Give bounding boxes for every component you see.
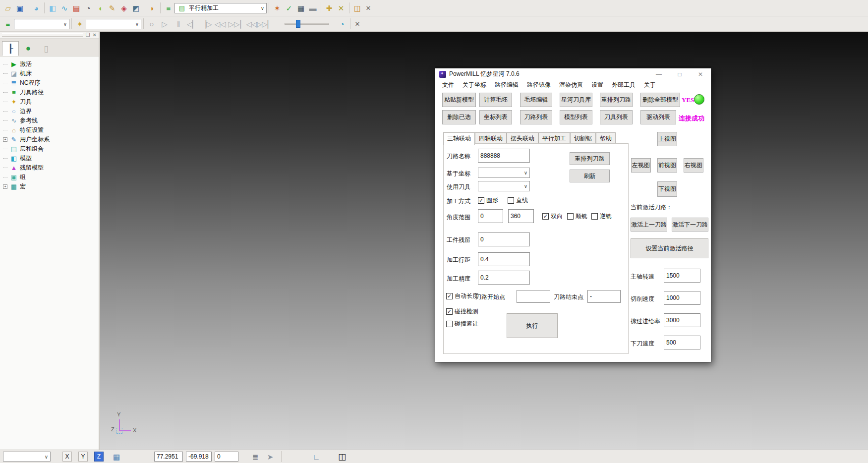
tree-item[interactable]: ≡刀具路径 (3, 88, 99, 97)
view-top-button[interactable]: 上视图 (657, 132, 677, 146)
clock-icon[interactable]: ◔ (336, 18, 348, 30)
tool-holder-icon[interactable]: ◗ (146, 2, 158, 14)
sim-toolpath-combo[interactable]: ∨ (14, 19, 69, 29)
view-bottom-button[interactable]: 下视图 (657, 181, 677, 197)
tree-item[interactable]: ◧模型 (3, 154, 99, 163)
method-line-checkbox[interactable]: 直线 (508, 196, 528, 205)
tree-item[interactable]: +▦宏 (3, 182, 99, 191)
menu-path-mirror[interactable]: 路径镜像 (527, 81, 551, 89)
toolpath-name-input[interactable] (478, 149, 530, 163)
close-panel-icon[interactable]: ✕ (93, 32, 97, 38)
toolpath-strategy-icon[interactable]: ∿ (58, 2, 70, 14)
status-combo[interactable]: ∨ (3, 452, 51, 462)
angle-from-input[interactable] (478, 209, 503, 223)
tree-item[interactable]: ✦刀具 (3, 97, 99, 107)
rearrange-toolpath-button-2[interactable]: 重排列刀路 (570, 152, 610, 165)
coord-y-input[interactable] (186, 452, 212, 462)
axes-icon[interactable]: ∟ (310, 451, 322, 463)
tree-item[interactable]: ○边界 (3, 107, 99, 116)
stock-edit-button[interactable]: 毛坯编辑 (520, 93, 552, 107)
save-project-icon[interactable]: ▣ (14, 2, 26, 14)
tab-saw[interactable]: 切割锯 (570, 132, 596, 144)
tool-library-button[interactable]: 星河刀具库 (560, 93, 592, 107)
menu-render-sim[interactable]: 渲染仿真 (559, 81, 583, 89)
auto-length-checkbox[interactable]: 自动长度 (446, 292, 478, 300)
pattern-pencil-icon[interactable]: ✎ (106, 2, 118, 14)
close-button[interactable]: ✕ (690, 68, 711, 80)
checkbox-icon[interactable] (446, 308, 453, 315)
calculator-icon[interactable]: ▦ (295, 2, 307, 14)
toolpaths-icon[interactable]: ≡ (2, 18, 14, 30)
step-back-icon[interactable]: ◁▏ (185, 18, 199, 30)
chevron-down-icon[interactable]: ∨ (63, 21, 67, 27)
plunge-feed-input[interactable] (664, 336, 700, 349)
drive-list-button[interactable]: 驱动列表 (640, 110, 676, 124)
method-circle-checkbox[interactable]: 圆形 (478, 196, 498, 205)
chevron-down-icon[interactable]: ∨ (524, 183, 527, 189)
rewind-icon[interactable]: ◁◁ (213, 18, 227, 30)
stock-model-icon[interactable]: ◩ (130, 2, 142, 14)
menu-file[interactable]: 文件 (442, 81, 454, 89)
pause-icon[interactable]: ‖ (172, 18, 185, 30)
coord-combo[interactable]: ∨ (478, 168, 530, 178)
menu-about[interactable]: 关于 (644, 81, 656, 89)
toolbar-close-icon[interactable]: ✕ (352, 19, 362, 29)
tab-explorer-recycle[interactable]: ▯ (38, 41, 55, 56)
view-left-button[interactable]: 左视图 (631, 158, 651, 173)
dialog-titlebar[interactable]: PowerMILL 忆梦星河 7.0.6 — □ ✕ (435, 68, 711, 80)
checkbox-icon[interactable] (567, 213, 574, 220)
grid-icon[interactable]: ▦ (111, 451, 122, 463)
ruler-icon[interactable]: ▬ (307, 2, 319, 14)
tool-combo[interactable]: ∨ (478, 181, 530, 191)
go-end-icon[interactable]: ▷▷▏ (257, 18, 273, 30)
tab-help[interactable]: 帮助 (596, 132, 616, 144)
axis-y-button[interactable]: Y (78, 452, 88, 462)
delete-all-models-button[interactable]: 删除全部模型 (640, 93, 680, 107)
tree-item[interactable]: ▣组 (3, 173, 99, 182)
tool-list-button[interactable]: 刀具列表 (600, 110, 633, 124)
checkbox-icon[interactable] (478, 197, 484, 204)
stepover-input[interactable] (478, 252, 530, 266)
fast-forward-icon[interactable]: ▷▷ (227, 18, 241, 30)
tree-item[interactable]: ⌂特征设置 (3, 125, 99, 135)
list-icon[interactable]: ≣ (249, 451, 261, 463)
axis-x-button[interactable]: X (62, 452, 72, 462)
spindle-speed-input[interactable] (664, 269, 700, 283)
tree-item[interactable]: ▶激活 (3, 59, 99, 69)
collision-check-checkbox[interactable]: 碰撞检测 (446, 307, 478, 316)
toolpath-list-button[interactable]: 刀路列表 (520, 110, 552, 124)
menu-settings[interactable]: 设置 (591, 81, 603, 89)
float-panel-icon[interactable]: ❐ (86, 32, 90, 38)
chevron-down-icon[interactable]: ∨ (524, 170, 527, 175)
activate-next-toolpath-button[interactable]: 激活下一刀路 (672, 218, 708, 232)
tools-icon[interactable]: ✦ (74, 18, 86, 30)
tab-4axis[interactable]: 四轴联动 (475, 132, 507, 144)
expand-icon[interactable]: + (3, 184, 7, 189)
block-icon[interactable]: ◧ (47, 2, 58, 14)
set-active-path-button[interactable]: 设置当前激活路径 (631, 238, 708, 258)
play-icon[interactable]: ▷ (158, 18, 172, 30)
ball-tool-icon[interactable]: ◔ (82, 2, 94, 14)
step-forward-icon[interactable]: ▕▷ (199, 18, 213, 30)
model-list-button[interactable]: 模型列表 (560, 110, 592, 124)
start-point-input[interactable] (517, 290, 550, 303)
calc-stock-button[interactable]: 计算毛坯 (479, 93, 512, 107)
toolbar-close-icon[interactable]: ✕ (363, 3, 373, 13)
toolpath-star-icon[interactable]: ✶ (271, 2, 283, 14)
view-front-button[interactable]: 前视图 (657, 158, 677, 173)
checkbox-icon[interactable] (446, 321, 453, 327)
tree-item[interactable]: ▲残留模型 (3, 163, 99, 173)
rearrange-toolpath-button[interactable]: 重排列刀路 (600, 93, 633, 107)
bidirectional-checkbox[interactable]: 双向 (542, 212, 563, 221)
conventional-checkbox[interactable]: 逆铣 (591, 212, 612, 221)
end-point-input[interactable] (587, 290, 621, 303)
view-right-button[interactable]: 右视图 (684, 158, 703, 173)
paste-new-model-button[interactable]: 粘贴新模型 (442, 93, 476, 107)
chevron-down-icon[interactable]: ∨ (135, 21, 139, 27)
tab-swivel[interactable]: 摆头联动 (507, 132, 538, 144)
collision-avoid-checkbox[interactable]: 碰撞避让 (446, 320, 478, 328)
tree-item[interactable]: ◪机床 (3, 69, 99, 78)
activate-prev-toolpath-button[interactable]: 激活上一刀路 (631, 218, 667, 232)
axis-z-button[interactable]: Z (94, 452, 104, 462)
checkbox-icon[interactable] (446, 293, 453, 299)
